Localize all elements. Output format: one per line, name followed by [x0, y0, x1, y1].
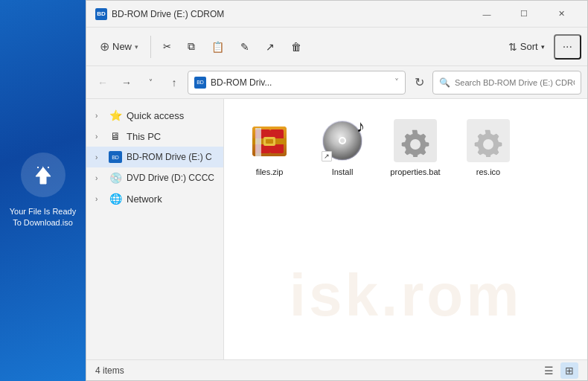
new-label: New — [112, 41, 132, 52]
content-area: › ⭐ Quick access › 🖥 This PC › BD BD-ROM… — [86, 99, 587, 359]
sort-button[interactable]: ⇅ Sort ▾ — [501, 36, 552, 57]
more-button[interactable]: ··· — [554, 34, 581, 60]
history-button[interactable]: ˅ — [140, 72, 161, 93]
search-icon: 🔍 — [439, 77, 450, 88]
dvd-label: DVD Drive (D:) CCCC — [127, 173, 214, 183]
search-box[interactable]: 🔍 — [432, 71, 581, 95]
delete-button[interactable]: 🗑 — [284, 36, 309, 57]
this-pc-icon: 🖥 — [109, 130, 122, 142]
new-button[interactable]: ⊕ New ▾ — [92, 35, 146, 58]
shortcut-arrow-icon: ↗ — [322, 151, 332, 161]
download-panel: Your File Is Ready To Download.iso — [0, 0, 86, 381]
rename-icon: ✎ — [240, 41, 249, 53]
nav-sidebar: › ⭐ Quick access › 🖥 This PC › BD BD-ROM… — [86, 99, 224, 359]
file-grid: isk.rom — [224, 99, 587, 359]
quick-access-icon: ⭐ — [109, 109, 122, 121]
dvd-chevron-icon: › — [95, 174, 104, 182]
search-input[interactable] — [455, 78, 575, 87]
bat-icon-wrap — [392, 117, 439, 164]
bdrom-icon: BD — [109, 151, 122, 163]
sidebar-item-dvd[interactable]: › 💿 DVD Drive (D:) CCCC — [86, 167, 223, 188]
network-label: Network — [127, 193, 162, 205]
path-text: BD-ROM Driv... — [211, 77, 272, 88]
svg-rect-10 — [266, 139, 273, 144]
rename-button[interactable]: ✎ — [233, 36, 257, 57]
ico-filename: res.ico — [476, 167, 500, 176]
quick-access-chevron-icon: › — [95, 112, 104, 120]
zip-filename: files.zip — [256, 167, 284, 176]
svg-point-18 — [410, 139, 421, 150]
bdrom-label: BD-ROM Drive (E:) C — [127, 152, 212, 162]
zip-icon-wrap — [246, 117, 293, 164]
sort-icon: ⇅ — [508, 41, 517, 53]
view-controls: ☰ ⊞ — [540, 362, 578, 379]
share-button[interactable]: ↗ — [258, 36, 282, 57]
address-path[interactable]: BD BD-ROM Driv... ˅ — [188, 71, 406, 95]
back-button[interactable]: ← — [92, 72, 113, 93]
delete-icon: 🗑 — [291, 41, 301, 53]
file-item-bat[interactable]: properties.bat — [382, 111, 449, 182]
list-view-button[interactable]: ☰ — [540, 362, 557, 379]
sidebar-item-quick-access[interactable]: › ⭐ Quick access — [86, 105, 223, 126]
file-explorer: BD BD-ROM Drive (E:) CDROM — ☐ ✕ ⊕ New ▾… — [86, 0, 588, 381]
window-controls: — ☐ ✕ — [470, 7, 578, 22]
gear-icon — [394, 119, 437, 162]
sidebar-item-bdrom[interactable]: › BD BD-ROM Drive (E:) C — [86, 147, 223, 167]
share-icon: ↗ — [266, 41, 275, 53]
svg-point-17 — [340, 138, 345, 143]
quick-access-label: Quick access — [127, 110, 184, 121]
copy-icon: ⧉ — [188, 40, 195, 53]
cut-button[interactable]: ✂ — [156, 36, 179, 57]
minimize-button[interactable]: — — [470, 7, 504, 22]
paste-icon: 📋 — [211, 41, 224, 53]
copy-button[interactable]: ⧉ — [180, 36, 202, 57]
path-drive-icon: BD — [194, 77, 206, 89]
address-bar: ← → ˅ ↑ BD BD-ROM Driv... ˅ ↻ 🔍 — [86, 66, 587, 99]
watermark: isk.rom — [290, 261, 523, 330]
network-icon: 🌐 — [109, 193, 122, 205]
svg-rect-12 — [257, 128, 260, 156]
this-pc-chevron-icon: › — [95, 132, 104, 141]
new-chevron-icon: ▾ — [135, 43, 138, 51]
paste-button[interactable]: 📋 — [204, 36, 231, 57]
path-chevron-icon[interactable]: ˅ — [394, 77, 399, 88]
install-icon-wrap: ♪ ↗ — [319, 117, 366, 164]
this-pc-label: This PC — [127, 131, 161, 142]
close-button[interactable]: ✕ — [544, 7, 578, 22]
sort-label: Sort — [520, 41, 538, 52]
file-item-install[interactable]: ♪ ↗ Install — [309, 111, 376, 182]
sidebar-item-this-pc[interactable]: › 🖥 This PC — [86, 126, 223, 147]
grid-view-button[interactable]: ⊞ — [560, 362, 578, 379]
toolbar: ⊕ New ▾ ✂ ⧉ 📋 ✎ ↗ 🗑 ⇅ Sort ▾ ··· — [86, 28, 587, 66]
toolbar-separator-1 — [150, 36, 151, 58]
file-item-ico[interactable]: res.ico — [455, 111, 522, 182]
new-plus-icon: ⊕ — [100, 39, 109, 54]
file-item-zip[interactable]: files.zip — [236, 111, 303, 182]
cut-icon: ✂ — [163, 41, 171, 52]
ico-icon-wrap — [464, 117, 512, 164]
title-bar: BD BD-ROM Drive (E:) CDROM — ☐ ✕ — [86, 1, 587, 28]
bdrom-chevron-icon: › — [95, 153, 104, 161]
refresh-button[interactable]: ↻ — [409, 72, 429, 93]
download-icon — [21, 153, 65, 197]
sidebar-item-network[interactable]: › 🌐 Network — [86, 188, 223, 209]
items-count: 4 items — [95, 365, 124, 376]
maximize-button[interactable]: ☐ — [507, 7, 541, 22]
network-chevron-icon: › — [95, 195, 104, 203]
install-filename: Install — [332, 167, 354, 176]
svg-point-19 — [483, 139, 493, 150]
dvd-icon: 💿 — [109, 172, 122, 184]
status-bar: 4 items ☰ ⊞ — [86, 359, 587, 380]
up-button[interactable]: ↑ — [164, 72, 185, 93]
window-title: BD-ROM Drive (E:) CDROM — [112, 9, 470, 19]
app-icon: BD — [95, 8, 107, 20]
forward-button[interactable]: → — [116, 72, 137, 93]
sort-chevron-icon: ▾ — [541, 43, 545, 51]
download-text: Your File Is Ready To Download.iso — [0, 206, 86, 229]
bat-filename: properties.bat — [390, 167, 440, 176]
